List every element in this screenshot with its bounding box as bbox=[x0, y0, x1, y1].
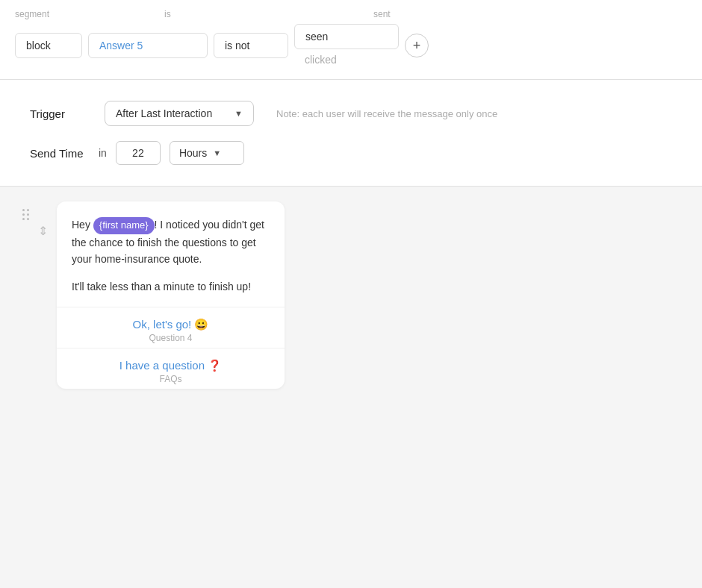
sendtime-unit-dropdown[interactable]: Hours ▼ bbox=[170, 141, 244, 165]
resize-handle[interactable]: ⇕ bbox=[38, 201, 48, 238]
first-name-tag: {first name} bbox=[93, 217, 155, 234]
segment-label: segment bbox=[15, 9, 164, 19]
filter-seen-cell[interactable]: seen bbox=[294, 24, 399, 49]
filter-labels: segment is sent bbox=[15, 9, 687, 19]
dot bbox=[27, 218, 29, 220]
filter-dropdown-options: clicked bbox=[294, 52, 399, 67]
filter-row: block Answer 5 is not seen clicked + bbox=[15, 24, 687, 67]
filter-clicked-option: clicked bbox=[294, 52, 399, 67]
filter-answer-value: Answer 5 bbox=[99, 40, 143, 51]
filter-answer-cell[interactable]: Answer 5 bbox=[88, 33, 208, 58]
option1-emoji: 😀 bbox=[194, 318, 208, 331]
drag-handle[interactable] bbox=[22, 201, 29, 220]
trigger-section: Trigger After Last Interaction ▼ Note: e… bbox=[0, 80, 702, 187]
chevron-down-icon: ▼ bbox=[213, 148, 221, 157]
is-label: is bbox=[164, 9, 373, 19]
dot bbox=[22, 218, 25, 220]
filter-isnot-cell[interactable]: is not bbox=[214, 33, 288, 58]
option2-emoji: ❓ bbox=[208, 359, 222, 372]
filter-seen-wrapper: seen clicked bbox=[294, 24, 399, 67]
trigger-dropdown-value: After Last Interaction bbox=[116, 107, 212, 119]
chevron-down-icon: ▼ bbox=[234, 109, 243, 118]
chat-option1-text: Ok, let's go! 😀 bbox=[72, 318, 270, 331]
chat-option-1[interactable]: Ok, let's go! 😀 Question 4 bbox=[57, 307, 285, 348]
dot bbox=[27, 213, 29, 216]
filter-isnot-value: is not bbox=[225, 40, 249, 51]
sendtime-row: Send Time in Hours ▼ bbox=[30, 141, 672, 165]
filter-block-cell[interactable]: block bbox=[15, 33, 82, 58]
chat-option-2[interactable]: I have a question ❓ FAQs bbox=[57, 348, 285, 389]
trigger-row: Trigger After Last Interaction ▼ Note: e… bbox=[30, 101, 672, 126]
trigger-note: Note: each user will receive the message… bbox=[276, 108, 497, 119]
chat-card: Hey {first name}! I noticed you didn't g… bbox=[57, 201, 285, 389]
option1-label: Ok, let's go! bbox=[133, 318, 192, 331]
chat-message-line2: It'll take less than a minute to finish … bbox=[72, 278, 270, 295]
sendtime-input[interactable] bbox=[116, 141, 161, 165]
chat-hey: Hey bbox=[72, 219, 93, 231]
trigger-dropdown[interactable]: After Last Interaction ▼ bbox=[105, 101, 254, 126]
dot bbox=[22, 209, 25, 211]
dot bbox=[22, 213, 25, 216]
chat-section: ⇕ Hey {first name}! I noticed you didn't… bbox=[0, 187, 702, 404]
chat-message-body: Hey {first name}! I noticed you didn't g… bbox=[57, 201, 285, 307]
chat-message-line1: Hey {first name}! I noticed you didn't g… bbox=[72, 216, 270, 268]
dot bbox=[27, 209, 29, 211]
filter-seen-value: seen bbox=[305, 31, 328, 43]
chat-option2-text: I have a question ❓ bbox=[72, 359, 270, 372]
add-filter-button[interactable]: + bbox=[405, 34, 429, 57]
sendtime-in: in bbox=[99, 147, 107, 159]
option2-label: I have a question bbox=[119, 359, 205, 372]
chat-options: Ok, let's go! 😀 Question 4 I have a ques… bbox=[57, 307, 285, 389]
filter-block-value: block bbox=[26, 40, 51, 51]
filter-section: segment is sent block Answer 5 is not se… bbox=[0, 0, 702, 80]
chat-line2-text: It'll take less than a minute to finish … bbox=[72, 281, 251, 293]
sendtime-unit-value: Hours bbox=[179, 147, 207, 159]
trigger-label: Trigger bbox=[30, 107, 90, 120]
option2-sub: FAQs bbox=[72, 374, 270, 384]
sent-label: sent bbox=[373, 9, 508, 19]
option1-sub: Question 4 bbox=[72, 333, 270, 343]
sendtime-label: Send Time bbox=[30, 147, 90, 160]
resize-arrows-icon: ⇕ bbox=[38, 224, 48, 238]
